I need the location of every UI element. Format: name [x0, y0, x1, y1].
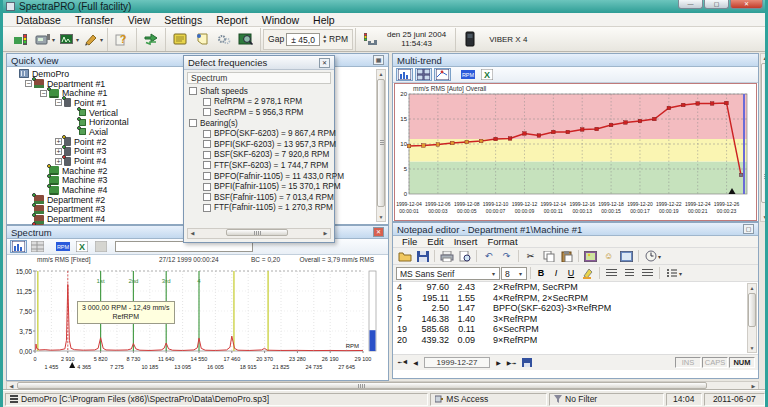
- spectrum-chart[interactable]: mm/s RMS [Fixed] 27/12 1999 00:00:24 BC …: [7, 255, 388, 381]
- font-size-select[interactable]: 8▾: [501, 267, 527, 280]
- notepad-title-bar[interactable]: Notepad editor - Department #1\Machine #…: [393, 223, 758, 236]
- close-button[interactable]: ✕: [730, 0, 763, 9]
- note-row[interactable]: 497.602.432×RefRPM, SecRPM: [393, 282, 758, 293]
- spectrum-close-icon[interactable]: ✕: [373, 227, 384, 237]
- toolbar-more-icon[interactable]: ▾: [658, 253, 661, 260]
- notepad-vertical-scrollbar[interactable]: ▲ ▼: [747, 283, 757, 353]
- checkbox-icon[interactable]: [203, 183, 211, 191]
- spectrum-chart-mode-icon[interactable]: [10, 240, 27, 253]
- expand-icon[interactable]: +: [55, 148, 62, 155]
- trend-chart-icon[interactable]: [396, 68, 413, 81]
- checkbox-icon[interactable]: [203, 151, 211, 159]
- italic-button[interactable]: I: [549, 268, 563, 278]
- excel-export-icon[interactable]: X: [478, 68, 495, 81]
- right-pane-scrollbar[interactable]: ▲ ▼: [760, 53, 768, 222]
- align-left-icon[interactable]: [603, 266, 620, 280]
- menu-help[interactable]: Help: [306, 14, 342, 26]
- note-row[interactable]: 19585.680.116×SecRPM: [393, 324, 758, 335]
- scroll-left-icon[interactable]: ◀: [7, 382, 16, 390]
- toolbar-more-icon[interactable]: ▾: [679, 270, 682, 277]
- checkbox-icon[interactable]: [189, 119, 197, 127]
- cursor-chart-icon[interactable]: [434, 68, 451, 81]
- note-pin-icon[interactable]: [191, 30, 213, 49]
- align-center-icon[interactable]: [621, 266, 638, 280]
- maximize-button[interactable]: ▢: [704, 0, 729, 9]
- bold-button[interactable]: B: [534, 268, 548, 278]
- transfer-icon[interactable]: [140, 30, 162, 49]
- checkbox-icon[interactable]: [203, 108, 211, 116]
- scroll-up-icon[interactable]: ▲: [761, 54, 768, 62]
- edit-dropdown-icon[interactable]: ▾: [100, 36, 103, 43]
- scroll-down-icon[interactable]: ▼: [761, 213, 768, 221]
- notepad-restore-icon[interactable]: ▢: [743, 224, 754, 234]
- redo-icon[interactable]: ↷: [498, 249, 515, 263]
- defect-group-row[interactable]: Bearing(s): [189, 118, 334, 129]
- spectrum-dropdown-icon[interactable]: ▾: [76, 36, 79, 43]
- gears-icon[interactable]: [213, 30, 235, 49]
- defect-window-close-icon[interactable]: ✕: [319, 58, 330, 68]
- previous-record-icon[interactable]: ◀: [409, 359, 422, 366]
- notepad-content[interactable]: 497.602.432×RefRPM, SecRPM5195.111.554×R…: [393, 282, 758, 355]
- align-right-icon[interactable]: [639, 266, 656, 280]
- scroll-right-icon[interactable]: ▶: [321, 229, 330, 237]
- collapse-icon[interactable]: −: [55, 99, 62, 106]
- defect-window-title-bar[interactable]: Defect frequencies ✕: [184, 56, 334, 70]
- note-row[interactable]: 20439.320.099×RefRPM: [393, 335, 758, 346]
- table-mode-icon[interactable]: [29, 240, 46, 253]
- collapse-icon[interactable]: −: [40, 90, 47, 97]
- minimize-button[interactable]: —: [678, 0, 703, 9]
- open-icon[interactable]: [396, 249, 413, 263]
- scroll-left-icon[interactable]: ◀: [188, 229, 197, 237]
- print-icon[interactable]: [438, 249, 455, 263]
- viber-device-icon[interactable]: [459, 30, 481, 49]
- insert-object-icon[interactable]: [618, 249, 635, 263]
- record-date[interactable]: 1999-12-27: [424, 357, 490, 368]
- expand-icon[interactable]: +: [55, 138, 62, 145]
- defect-item-row[interactable]: BSF(SKF-6203) = 7 920,8 RPM: [189, 150, 334, 161]
- collector-dropdown-icon[interactable]: ▾: [52, 36, 55, 43]
- menu-transfer[interactable]: Transfer: [68, 14, 121, 26]
- defect-item-row[interactable]: SecRPM = 5 956,3 RPM: [189, 107, 334, 118]
- edit-route-icon[interactable]: [80, 30, 102, 49]
- insert-symbol-icon[interactable]: ☺: [600, 249, 617, 263]
- checkbox-icon[interactable]: [203, 193, 211, 201]
- checkbox-icon[interactable]: [189, 87, 197, 95]
- collapse-icon[interactable]: −: [25, 80, 32, 87]
- defect-group-row[interactable]: Shaft speeds: [189, 86, 334, 97]
- defect-item-row[interactable]: FTF(Fafnir-1105) = 1 270,3 RPM: [189, 203, 334, 214]
- notepad-menu-edit[interactable]: Edit: [422, 236, 448, 247]
- menu-report[interactable]: Report: [209, 14, 255, 26]
- menu-database[interactable]: Database: [9, 14, 68, 26]
- scroll-down-icon[interactable]: ▼: [748, 344, 756, 352]
- paste-icon[interactable]: [558, 249, 575, 263]
- insert-picture-icon[interactable]: [582, 249, 599, 263]
- save-note-icon[interactable]: [518, 356, 535, 370]
- notepad-menu-file[interactable]: File: [397, 236, 422, 247]
- help-icon[interactable]: ?: [111, 30, 133, 49]
- excel-export-icon[interactable]: X: [73, 240, 90, 253]
- title-bar[interactable]: SpectraPRO (Full facility): [3, 0, 765, 13]
- first-record-icon[interactable]: ⯬◀: [396, 359, 409, 366]
- plant-status-icon[interactable]: [359, 30, 381, 49]
- note-row[interactable]: 5195.111.554×RefRPM, 2×SecRPM: [393, 293, 758, 304]
- bullet-list-icon[interactable]: [663, 266, 680, 280]
- checkbox-icon[interactable]: [203, 204, 211, 212]
- multitrend-title-bar[interactable]: Multi-trend: [393, 54, 758, 67]
- copy-icon[interactable]: [540, 249, 557, 263]
- print-preview-icon[interactable]: [456, 249, 473, 263]
- checkbox-icon[interactable]: [203, 161, 211, 169]
- scroll-right-icon[interactable]: ▶: [749, 382, 758, 390]
- analyze-zoom-icon[interactable]: [235, 30, 257, 49]
- underline-button[interactable]: U: [564, 268, 578, 278]
- defect-horizontal-scrollbar[interactable]: ◀ ▶: [187, 228, 331, 239]
- undo-icon[interactable]: ↶: [480, 249, 497, 263]
- defect-item-row[interactable]: BPFO(SKF-6203) = 9 867,4 RPM: [189, 128, 334, 139]
- menu-settings[interactable]: Settings: [157, 14, 209, 26]
- defect-item-row[interactable]: BSF(Fafnir-1105) = 7 013,4 RPM: [189, 192, 334, 203]
- multitrend-chart[interactable]: mm/s RMS [Auto] Overall 051015201999-12-…: [394, 83, 757, 221]
- quickview-vertical-scrollbar[interactable]: ▲ ▼: [376, 69, 386, 222]
- checkbox-icon[interactable]: [203, 130, 211, 138]
- scroll-up-icon[interactable]: ▲: [377, 70, 385, 78]
- highlight-color-icon[interactable]: [579, 266, 596, 280]
- defect-item-row[interactable]: BPFI(Fafnir-1105) = 15 370,1 RPM: [189, 181, 334, 192]
